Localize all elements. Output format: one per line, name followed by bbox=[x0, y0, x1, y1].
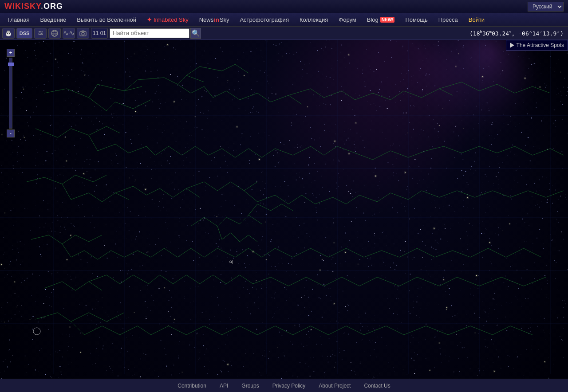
footer-api[interactable]: API bbox=[220, 383, 228, 389]
footer-privacy[interactable]: Privacy Policy bbox=[272, 383, 306, 389]
contour-icon: ∿∿ bbox=[63, 29, 75, 37]
constellation-overlay: ♃ bbox=[0, 40, 568, 379]
news-label: News bbox=[199, 16, 214, 23]
search-input[interactable] bbox=[110, 28, 189, 38]
nav-intro[interactable]: Введение bbox=[35, 13, 71, 26]
logo-wiki: WIKISKY bbox=[4, 2, 41, 11]
coordinates-display: (18h36m03.24s, -06°14′13.9″) bbox=[469, 29, 564, 36]
globe-button[interactable] bbox=[48, 28, 61, 39]
nav-blog[interactable]: Blog NEW! bbox=[362, 13, 400, 26]
search-box: 🔍 bbox=[110, 28, 201, 39]
zoom-control: + - bbox=[7, 49, 15, 137]
camera-button[interactable] bbox=[77, 28, 89, 39]
footer-about[interactable]: About Project bbox=[319, 383, 351, 389]
sky-label: Sky bbox=[220, 16, 229, 23]
zoom-track[interactable] bbox=[9, 58, 12, 129]
coords-text: (18h36m03.24s, -06°14′13.9″) bbox=[469, 30, 564, 37]
nav-press[interactable]: Пресса bbox=[433, 13, 463, 26]
footer-contribution[interactable]: Contribution bbox=[178, 383, 206, 389]
navigation-bar: Главная Введение Выжить во Вселенной ✦ I… bbox=[0, 13, 568, 27]
search-button[interactable]: 🔍 bbox=[190, 28, 201, 39]
time-label: 11 01 bbox=[93, 30, 106, 36]
sky-map[interactable]: ♃ + - The Attractive Spots bbox=[0, 40, 568, 379]
svg-point-10 bbox=[82, 32, 84, 35]
nav-forum[interactable]: Форум bbox=[333, 13, 362, 26]
site-logo: WIKISKY.ORG bbox=[4, 2, 63, 11]
footer-contact[interactable]: Contact Us bbox=[364, 383, 390, 389]
nav-survive[interactable]: Выжить во Вселенной bbox=[71, 13, 142, 26]
toolbar: DSS ≋ ∿∿ 11 01 🔍 (18h36 bbox=[0, 27, 568, 40]
smooth-button[interactable]: ≋ bbox=[34, 28, 47, 39]
in-label: in bbox=[214, 16, 219, 23]
nav-inhabited-label: Inhabited Sky bbox=[154, 16, 189, 23]
dss-label: DSS bbox=[20, 31, 30, 36]
search-icon: 🔍 bbox=[192, 29, 200, 37]
blog-label: Blog bbox=[367, 16, 379, 23]
language-selector[interactable]: Русский English Deutsch Français bbox=[528, 2, 564, 12]
dss-button[interactable]: DSS bbox=[16, 28, 32, 39]
smooth-icon: ≋ bbox=[38, 29, 43, 37]
time-display: 11 01 bbox=[91, 28, 108, 39]
owl-icon-button[interactable] bbox=[2, 28, 15, 39]
attractive-spots-label: The Attractive Spots bbox=[517, 42, 564, 48]
nav-astrophoto[interactable]: Астрофотография bbox=[234, 13, 294, 26]
nav-inhabited[interactable]: ✦ Inhabited Sky bbox=[142, 13, 194, 26]
attractive-spots-panel[interactable]: The Attractive Spots bbox=[506, 40, 568, 51]
zoom-thumb[interactable] bbox=[8, 63, 14, 66]
nav-login[interactable]: Войти bbox=[463, 13, 490, 26]
new-badge: NEW! bbox=[380, 17, 395, 23]
zoom-in-button[interactable]: + bbox=[7, 49, 15, 57]
nav-newsky[interactable]: NewsinSky bbox=[194, 13, 235, 26]
logo-org: ORG bbox=[43, 2, 63, 11]
svg-point-26 bbox=[33, 328, 40, 335]
nav-home[interactable]: Главная bbox=[2, 13, 35, 26]
footer: Contribution API Groups Privacy Policy A… bbox=[0, 379, 568, 392]
contour-button[interactable]: ∿∿ bbox=[63, 28, 75, 39]
nav-help[interactable]: Помощь bbox=[400, 13, 433, 26]
nav-collection[interactable]: Коллекция bbox=[294, 13, 333, 26]
plus-icon: ✦ bbox=[147, 16, 152, 23]
zoom-out-button[interactable]: - bbox=[7, 129, 15, 137]
footer-groups[interactable]: Groups bbox=[241, 383, 259, 389]
play-icon bbox=[510, 43, 514, 48]
top-bar: WIKISKY.ORG Русский English Deutsch Fran… bbox=[0, 0, 568, 13]
svg-text:♃: ♃ bbox=[229, 259, 233, 265]
